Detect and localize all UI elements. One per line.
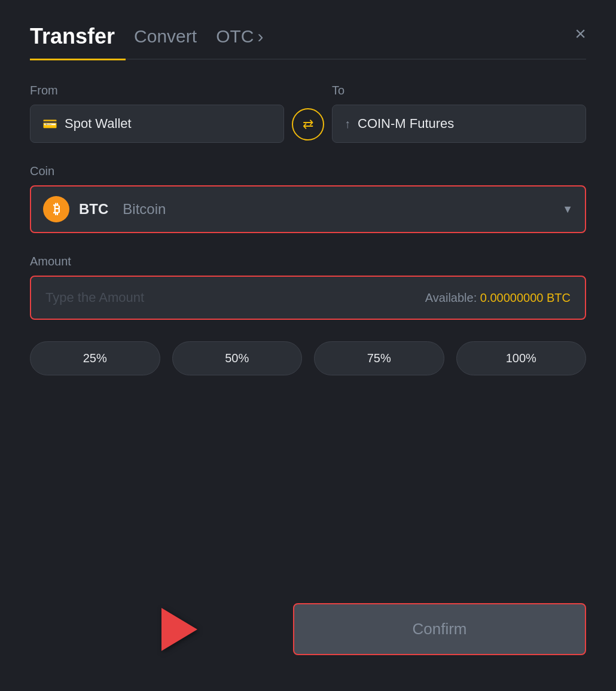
bottom-area: Confirm	[30, 603, 586, 655]
to-wallet-selector[interactable]: ↑ COIN-M Futures	[332, 105, 586, 143]
coin-chevron-icon: ▼	[562, 203, 573, 216]
percent-row: 25% 50% 75% 100%	[30, 341, 586, 375]
from-label: From	[30, 84, 284, 97]
amount-input-box[interactable]: Type the Amount Available: 0.00000000 BT…	[30, 276, 586, 320]
amount-placeholder: Type the Amount	[45, 290, 144, 305]
tab-transfer[interactable]: Transfer	[30, 24, 115, 59]
futures-icon: ↑	[344, 117, 350, 131]
amount-available: Available: 0.00000000 BTC	[425, 291, 571, 305]
wallet-card-icon: 💳	[42, 117, 57, 131]
amount-label: Amount	[30, 255, 586, 268]
swap-btn-wrapper: ⇄	[284, 108, 332, 143]
percent-50-button[interactable]: 50%	[172, 341, 303, 375]
swap-icon: ⇄	[303, 117, 313, 132]
tab-convert[interactable]: Convert	[134, 26, 197, 56]
from-to-row: From 💳 Spot Wallet ⇄ To ↑ COIN-M Futures	[30, 84, 586, 143]
to-label: To	[332, 84, 586, 97]
percent-100-button[interactable]: 100%	[456, 341, 587, 375]
coin-section: Coin ₿ BTC Bitcoin ▼	[30, 164, 586, 233]
confirm-button[interactable]: Confirm	[293, 603, 586, 655]
from-section: From 💳 Spot Wallet	[30, 84, 284, 143]
available-label: Available:	[425, 291, 477, 304]
arrow-wrapper	[161, 608, 197, 651]
transfer-modal: Transfer Convert OTC › × From 💳 Spot Wal…	[0, 0, 616, 691]
close-button[interactable]: ×	[575, 24, 586, 43]
coin-selector[interactable]: ₿ BTC Bitcoin ▼	[30, 185, 586, 233]
from-wallet-selector[interactable]: 💳 Spot Wallet	[30, 105, 284, 143]
percent-75-button[interactable]: 75%	[314, 341, 444, 375]
coin-full-name: Bitcoin	[123, 201, 166, 218]
tab-underline-row	[30, 59, 586, 60]
percent-25-button[interactable]: 25%	[30, 341, 160, 375]
tab-otc[interactable]: OTC ›	[216, 26, 263, 56]
to-wallet-name: COIN-M Futures	[358, 116, 454, 132]
to-section: To ↑ COIN-M Futures	[332, 84, 586, 143]
coin-symbol: BTC	[79, 201, 108, 218]
tab-bar: Transfer Convert OTC › ×	[30, 24, 586, 59]
available-value: 0.00000000 BTC	[480, 291, 571, 304]
amount-section: Amount Type the Amount Available: 0.0000…	[30, 255, 586, 320]
tab-underline-active	[30, 59, 126, 60]
from-wallet-name: Spot Wallet	[65, 116, 132, 132]
swap-button[interactable]: ⇄	[292, 108, 324, 140]
coin-label: Coin	[30, 164, 586, 178]
arrow-icon	[161, 608, 197, 651]
btc-icon: ₿	[43, 196, 69, 222]
